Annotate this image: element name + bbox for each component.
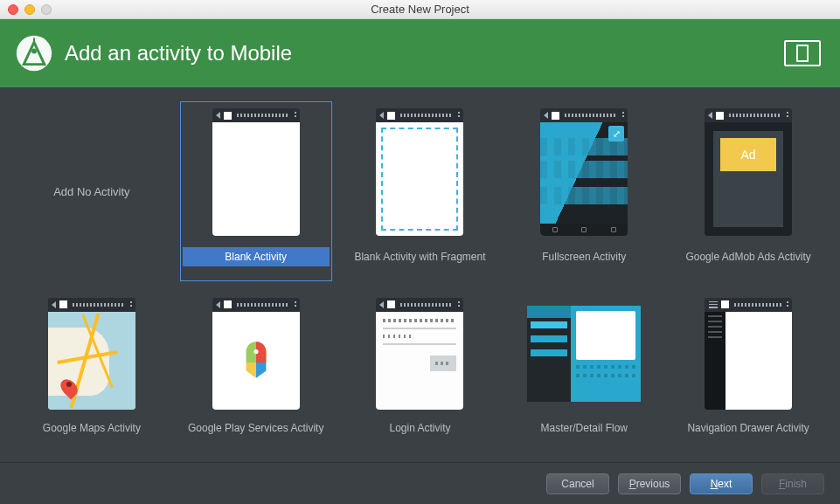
template-label: Google Maps Activity bbox=[18, 418, 165, 438]
android-studio-logo-icon bbox=[16, 35, 52, 72]
template-label: Blank Activity with Fragment bbox=[347, 247, 494, 266]
template-fullscreen[interactable]: ⤢ Fullscreen Activity bbox=[508, 101, 660, 281]
template-google-maps[interactable]: Google Maps Activity bbox=[16, 293, 168, 452]
svg-point-1 bbox=[31, 49, 37, 54]
finish-button: Finish bbox=[761, 473, 824, 494]
svg-point-3 bbox=[253, 349, 258, 354]
template-blank-fragment[interactable]: Blank Activity with Fragment bbox=[344, 101, 496, 281]
expand-icon: ⤢ bbox=[608, 126, 624, 142]
window-title: Create New Project bbox=[0, 3, 840, 16]
next-button[interactable]: Next bbox=[690, 473, 753, 494]
wizard-footer: Cancel Previous Next Finish bbox=[0, 462, 840, 504]
wizard-header: Add an activity to Mobile bbox=[0, 19, 840, 87]
previous-button[interactable]: Previous bbox=[618, 473, 681, 494]
template-label: Master/Detail Flow bbox=[510, 418, 657, 438]
template-label: Login Activity bbox=[347, 418, 494, 438]
template-login[interactable]: Login Activity bbox=[344, 293, 496, 452]
wizard-title: Add an activity to Mobile bbox=[65, 41, 292, 66]
template-master-detail[interactable]: Master/Detail Flow bbox=[508, 293, 660, 452]
no-activity-label: Add No Activity bbox=[53, 106, 129, 279]
activity-gallery: Add No Activity Blank Activity Blank Act… bbox=[0, 87, 840, 462]
template-admob[interactable]: Ad Google AdMob Ads Activity bbox=[672, 101, 824, 281]
template-label: Blank Activity bbox=[183, 247, 330, 266]
template-nav-drawer[interactable]: Navigation Drawer Activity bbox=[672, 293, 824, 452]
template-play-services[interactable]: Google Play Services Activity bbox=[180, 293, 332, 452]
cancel-button[interactable]: Cancel bbox=[546, 473, 609, 494]
ad-label: Ad bbox=[720, 138, 776, 171]
template-label: Google Play Services Activity bbox=[183, 418, 330, 438]
template-label: Navigation Drawer Activity bbox=[675, 418, 822, 438]
template-label: Google AdMob Ads Activity bbox=[675, 247, 822, 266]
titlebar: Create New Project bbox=[0, 0, 840, 19]
play-services-icon bbox=[233, 338, 279, 383]
device-category-icon bbox=[784, 40, 821, 66]
map-pin-icon bbox=[62, 378, 76, 397]
template-label: Fullscreen Activity bbox=[510, 247, 657, 266]
hamburger-icon bbox=[709, 301, 718, 308]
template-no-activity[interactable]: Add No Activity bbox=[16, 101, 168, 281]
template-blank-activity[interactable]: Blank Activity bbox=[180, 101, 332, 281]
